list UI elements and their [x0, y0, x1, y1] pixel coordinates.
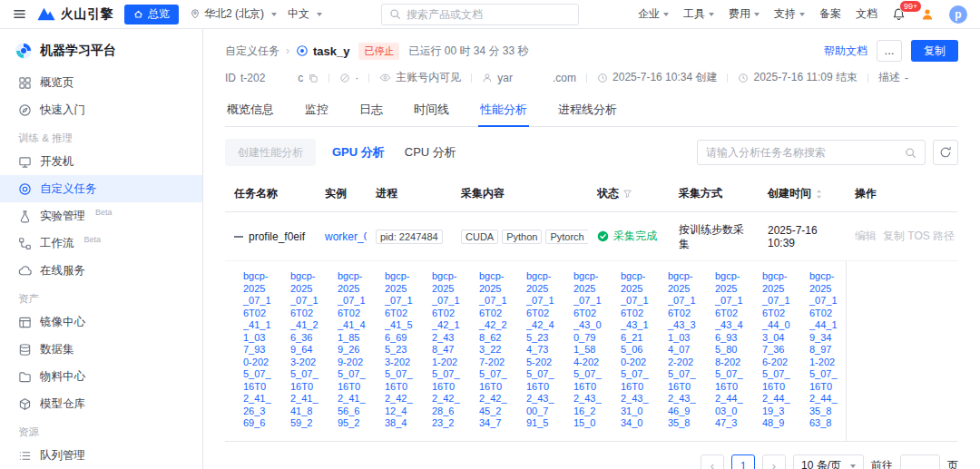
language-label: 中文	[288, 6, 309, 22]
instance-link[interactable]: worker_0	[325, 230, 367, 243]
more-actions-button[interactable]: ...	[877, 40, 902, 62]
beta-tag: Beta	[84, 235, 102, 244]
sidebar-item-experiment[interactable]: 实验管理 Beta	[0, 202, 202, 230]
profile-file-link[interactable]: bgcp- 2025 _07_1 6T02 _44_1 9_34 8_97 1-…	[809, 270, 846, 430]
sidebar-item-quickstart[interactable]: 快速入门	[0, 96, 202, 123]
cell-created-time: 2025-7-16 10:39	[759, 224, 846, 249]
profile-file-link[interactable]: bgcp- 2025 _07_1 6T02 _42_1 2_43 8_47 1-…	[432, 270, 468, 430]
prev-page-button[interactable]: ‹	[701, 454, 724, 469]
current-page-button[interactable]: 1	[731, 454, 755, 469]
hamburger-menu-icon[interactable]	[13, 7, 26, 21]
sidebar-item-dev-machine[interactable]: 开发机	[0, 148, 202, 175]
copy-task-button[interactable]: 复制	[911, 40, 958, 62]
refresh-button[interactable]	[933, 140, 958, 165]
goto-page-input[interactable]	[900, 454, 940, 469]
collapse-row-icon[interactable]	[234, 232, 243, 241]
language-selector[interactable]: 中文	[288, 6, 322, 22]
tab-process-line-analysis[interactable]: 进程线分析	[556, 95, 619, 126]
next-page-button[interactable]: ›	[762, 454, 786, 469]
filter-funnel-icon[interactable]	[622, 189, 632, 199]
sidebar-item-custom-task[interactable]: 自定义任务	[0, 175, 202, 202]
link-docs[interactable]: 文档	[856, 6, 877, 22]
analysis-search-input[interactable]	[706, 146, 899, 159]
gpu-analysis-toggle[interactable]: GPU 分析	[332, 144, 385, 161]
divider	[368, 73, 369, 83]
monitor-icon	[18, 155, 32, 169]
tab-monitoring[interactable]: 监控	[303, 95, 330, 126]
sidebar-item-material-center[interactable]: 物料中心	[0, 363, 202, 390]
cpu-analysis-toggle[interactable]: CPU 分析	[405, 144, 456, 161]
topbar-right-nav: 企业 工具 费用 支持 备案 文档 99+ p	[638, 5, 967, 24]
menu-enterprise[interactable]: 企业	[638, 6, 669, 22]
status-text: 采集完成	[613, 229, 657, 244]
runtime-text: 已运行 00 时 34 分 33 秒	[408, 44, 528, 59]
id-label: ID	[225, 72, 236, 84]
profile-file-link[interactable]: bgcp- 2025 _07_1 6T02 _41_1 1_03 7_93 0-…	[243, 270, 279, 430]
sidebar-item-model-repo[interactable]: 模型仓库	[0, 390, 202, 417]
profile-file-link[interactable]: bgcp- 2025 _07_1 6T02 _43_4 6_93 5_80 8-…	[715, 270, 751, 430]
tab-performance-analysis[interactable]: 性能分析	[478, 95, 529, 127]
divider	[586, 73, 587, 83]
sort-icon[interactable]	[815, 189, 823, 200]
copy-id-icon[interactable]	[308, 73, 318, 83]
page-unit-label: 页	[947, 458, 958, 469]
help-doc-link[interactable]: 帮助文档	[824, 44, 867, 59]
overview-nav-button[interactable]: 总览	[124, 5, 179, 24]
profile-file-link[interactable]: bgcp- 2025 _07_1 6T02 _44_0 3_04 7_36 6-…	[762, 270, 799, 430]
edit-action[interactable]: 编辑	[855, 229, 877, 244]
notifications-bell-icon[interactable]: 99+	[892, 7, 906, 21]
check-circle-icon	[597, 230, 609, 242]
global-search-input[interactable]	[407, 8, 571, 21]
compass-icon	[18, 103, 32, 117]
user-avatar[interactable]: p	[949, 5, 967, 24]
chevron-down-icon	[754, 13, 760, 16]
sidebar-item-online-service[interactable]: 在线服务	[0, 257, 202, 284]
col-created: 创建时间	[759, 186, 846, 201]
cell-contents: CUDA Python Pytorch	[452, 230, 588, 244]
chevron-down-icon	[850, 464, 856, 468]
col-instance: 实例	[316, 186, 367, 201]
profile-file-link[interactable]: bgcp- 2025 _07_1 6T02 _43_1 6_21 5_06 0-…	[621, 270, 657, 430]
menu-tools[interactable]: 工具	[683, 6, 714, 22]
profile-name: profile_f0eif	[249, 230, 305, 243]
created-time: 2025-7-16 10:34 创建	[612, 70, 717, 85]
page-size-select[interactable]: 10 条/页	[793, 454, 864, 469]
menu-support[interactable]: 支持	[774, 6, 805, 22]
profile-file-link[interactable]: bgcp- 2025 _07_1 6T02 _41_5 6_69 5_23 3-…	[385, 270, 421, 430]
sidebar-group-training: 训练 & 推理	[0, 123, 202, 148]
partner-icon[interactable]	[920, 7, 935, 22]
sidebar-item-image-center[interactable]: 镜像中心	[0, 308, 202, 336]
volcengine-logo[interactable]: 火山引擎	[37, 6, 113, 23]
status-badge: 已停止	[358, 43, 399, 60]
create-profile-button[interactable]: 创建性能分析	[225, 139, 316, 166]
analysis-search[interactable]	[697, 140, 926, 165]
profile-file-link[interactable]: bgcp- 2025 _07_1 6T02 _42_4 5_23 4_73 5-…	[526, 270, 563, 430]
tab-timeline[interactable]: 时间线	[412, 95, 451, 126]
link-beian[interactable]: 备案	[819, 6, 841, 22]
divider	[328, 73, 329, 83]
region-selector[interactable]: 华北2 (北京)	[190, 6, 277, 22]
profile-file-link[interactable]: bgcp- 2025 _07_1 6T02 _41_4 1_85 9_26 9-…	[338, 270, 374, 430]
sidebar-item-dataset[interactable]: 数据集	[0, 336, 202, 363]
cube-icon	[18, 397, 32, 411]
database-icon	[18, 343, 32, 357]
profile-file-link[interactable]: bgcp- 2025 _07_1 6T02 _43_0 0_79 1_58 4-…	[573, 270, 610, 430]
menu-billing[interactable]: 费用	[729, 6, 760, 22]
profile-file-link[interactable]: bgcp- 2025 _07_1 6T02 _43_3 1_03 4_07 2-…	[668, 270, 704, 430]
tab-overview-info[interactable]: 概览信息	[225, 95, 276, 126]
chevron-down-icon	[799, 13, 805, 16]
breadcrumb-root-link[interactable]: 自定义任务	[225, 44, 279, 59]
sidebar-item-queue-mgmt[interactable]: 队列管理	[0, 442, 202, 469]
copy-tos-path-action[interactable]: 复制 TOS 路径	[883, 229, 955, 244]
pagination: ‹ 1 › 10 条/页 前往 页	[225, 454, 958, 469]
platform-title: 机器学习平台	[0, 38, 202, 69]
profile-file-link[interactable]: bgcp- 2025 _07_1 6T02 _42_2 8_62 3_22 7-…	[479, 270, 515, 430]
sidebar-item-workflow[interactable]: 工作流 Beta	[0, 230, 202, 257]
account-prefix: yar	[497, 72, 513, 84]
desc-label: 描述	[878, 70, 900, 85]
pid-tag: pid: 2247484	[376, 230, 443, 244]
tab-logs[interactable]: 日志	[358, 95, 385, 126]
sidebar-item-overview[interactable]: 概览页	[0, 69, 202, 96]
global-search[interactable]	[381, 4, 579, 25]
profile-file-link[interactable]: bgcp- 2025 _07_1 6T02 _41_2 6_36 9_64 3-…	[290, 270, 327, 430]
